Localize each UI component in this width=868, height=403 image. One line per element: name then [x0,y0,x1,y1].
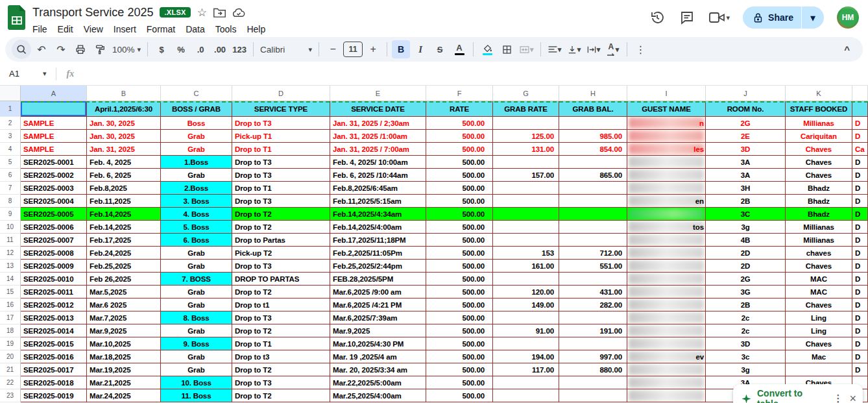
name-box-caret-icon[interactable]: ▾ [43,69,47,78]
cell-D10[interactable]: Drop to T2 [232,221,330,234]
cell-D18[interactable]: Drop to T2 [232,324,330,337]
cell-E7[interactable]: Feb.8,2025/6:45am [330,182,426,195]
cell-B15[interactable]: Mar.5,2025 [87,286,161,299]
cell-F21[interactable]: 500.00 [426,363,493,376]
cell-B22[interactable]: Mar.21,2025 [87,376,161,389]
cell-G6[interactable]: 157.00 [493,169,559,182]
cell-A12[interactable]: SER2025-0008 [21,247,87,260]
name-box[interactable]: A1 [9,69,43,79]
row-header-22[interactable]: 22 [0,376,21,389]
font-size-input[interactable]: 11 [343,42,363,57]
cell-C9[interactable]: 4. Boss [161,208,232,221]
row-header-23[interactable]: 23 [0,389,21,402]
cell-B19[interactable]: Mar.10,2025 [87,337,161,350]
cell-I4[interactable]: les [627,143,706,156]
cell-H15[interactable]: 431.00 [559,286,627,299]
cell-L7[interactable]: D [852,182,868,195]
cell-F14[interactable]: 500.00 [426,273,493,286]
cell-E18[interactable]: Mar.9,2025 [330,324,426,337]
cell-I1[interactable]: GUEST NAME [627,101,706,117]
cell-J6[interactable]: 3A [706,169,786,182]
cell-L13[interactable]: D [852,260,868,273]
cell-C13[interactable]: Grab [161,260,232,273]
cell-C5[interactable]: 1.Boss [161,156,232,169]
number-format-button[interactable]: 123 [230,40,248,58]
cell-I16[interactable] [627,299,706,311]
cell-G9[interactable] [493,208,559,221]
cell-C1[interactable]: BOSS / GRAB [161,101,232,117]
cell-C22[interactable]: 10. Boss [161,376,232,389]
cell-G22[interactable] [493,376,559,389]
cell-F23[interactable]: 500.00 [426,389,493,402]
format-percent-button[interactable]: % [172,40,190,58]
cell-G12[interactable]: 153 [493,247,559,260]
cell-J8[interactable]: 2B [706,195,786,208]
menu-edit[interactable]: Edit [53,23,78,36]
cell-D22[interactable]: Drop to T3 [232,376,330,389]
cell-H16[interactable]: 282.00 [559,299,627,311]
cell-B11[interactable]: Feb.17,2025 [87,234,161,247]
cell-L12[interactable]: D [852,247,868,260]
cell-F8[interactable]: 500.00 [426,195,493,208]
cell-K19[interactable]: Chaves [786,337,852,350]
cell-H3[interactable]: 985.00 [559,130,627,143]
cell-B13[interactable]: Feb.25,2025 [87,260,161,273]
column-header-B[interactable]: B [87,86,161,101]
cell-B3[interactable]: Jan. 30, 2025 [87,130,161,143]
cell-K6[interactable]: Chaves [786,169,852,182]
cell-G19[interactable] [493,337,559,350]
cell-B18[interactable]: Mar.9,2025 [87,324,161,337]
menu-insert[interactable]: Insert [108,23,141,36]
cell-C3[interactable]: Grab [161,130,232,143]
column-header-A[interactable]: A [21,86,87,101]
cell-K11[interactable]: Millianas [786,234,852,247]
cell-I5[interactable] [627,156,706,169]
cell-A8[interactable]: SER2025-0004 [21,195,87,208]
cell-H20[interactable]: 997.00 [559,350,627,363]
cell-F20[interactable]: 500.00 [426,350,493,363]
paint-format-button[interactable] [91,40,109,58]
cell-C8[interactable]: 3. Boss [161,195,232,208]
row-header-3[interactable]: 3 [0,130,21,143]
cell-J16[interactable]: 2B [706,299,786,311]
cell-F2[interactable]: 500.00 [426,117,493,130]
cell-D11[interactable]: Drop to Partas [232,234,330,247]
cell-F19[interactable]: 500.00 [426,337,493,350]
row-header-13[interactable]: 13 [0,260,21,273]
cell-G15[interactable]: 120.00 [493,286,559,299]
cell-D9[interactable]: Drop to T2 [232,208,330,221]
cell-K20[interactable]: Mac [786,350,852,363]
undo-button[interactable]: ↶ [32,40,51,58]
hide-toolbar-button[interactable]: ^ [844,44,856,55]
cell-G20[interactable]: 194.00 [493,350,559,363]
cell-J1[interactable]: ROOM No. [706,101,786,117]
cell-E4[interactable]: Jan. 31, 2025 / 7:00am [330,143,426,156]
cell-B12[interactable]: Feb.24,2025 [87,247,161,260]
cell-K18[interactable]: Ling [786,324,852,337]
cell-L2[interactable]: D [852,117,868,130]
menu-view[interactable]: View [78,23,108,36]
cell-L5[interactable]: D [852,156,868,169]
cell-G1[interactable]: GRAB RATE [493,101,559,117]
bold-button[interactable]: B [392,40,410,58]
star-icon[interactable]: ☆ [197,7,207,18]
cell-G2[interactable] [493,117,559,130]
cell-A11[interactable]: SER2025-0007 [21,234,87,247]
italic-button[interactable]: I [411,40,429,58]
formula-input[interactable] [74,62,868,85]
select-all-corner[interactable] [0,86,21,101]
cell-C20[interactable]: Grab [161,350,232,363]
cell-C6[interactable]: Grab [161,169,232,182]
cell-G8[interactable] [493,195,559,208]
cell-F4[interactable]: 500.00 [426,143,493,156]
row-header-7[interactable]: 7 [0,182,21,195]
horizontal-align-button[interactable]: ▾ [546,40,564,58]
cell-G11[interactable] [493,234,559,247]
account-avatar[interactable]: HM [837,6,859,29]
row-header-4[interactable]: 4 [0,143,21,156]
cell-F12[interactable]: 500.00 [426,247,493,260]
cell-G5[interactable] [493,156,559,169]
cell-D20[interactable]: Drop to t3 [232,350,330,363]
column-header-D[interactable]: D [232,86,330,101]
row-header-21[interactable]: 21 [0,363,21,376]
